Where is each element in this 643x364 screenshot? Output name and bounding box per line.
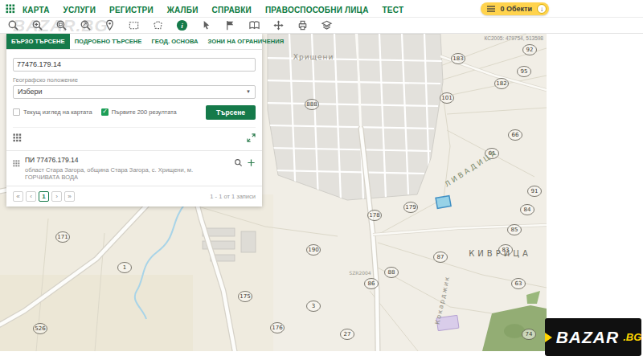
- parcel-marker-888[interactable]: 888: [305, 100, 319, 110]
- parcel-marker-66[interactable]: 66: [509, 130, 522, 141]
- menu-item-карта[interactable]: КАРТА: [23, 6, 50, 14]
- svg-text:888: 888: [306, 101, 317, 108]
- objects-button[interactable]: 0 Обекти ↓: [481, 2, 549, 15]
- download-icon[interactable]: ↓: [537, 4, 547, 14]
- parcel-marker-182[interactable]: 182: [495, 79, 509, 89]
- svg-text:63: 63: [515, 280, 522, 287]
- pagination-button-1[interactable]: ‹: [26, 191, 36, 202]
- menu-item-тест[interactable]: ТЕСТ: [383, 6, 404, 14]
- pan-cursor-icon[interactable]: [199, 18, 213, 32]
- grid-view-icon[interactable]: [13, 131, 22, 145]
- search-panel: БЪРЗО ТЪРСЕНЕПОДРОБНО ТЪРСЕНЕГЕОД. ОСНОВ…: [6, 34, 262, 207]
- search-result-item[interactable]: ПИ 77476.179.14 област Стара Загора, общ…: [6, 150, 262, 186]
- svg-text:171: 171: [57, 234, 68, 240]
- watermark-text-main: BAZAR: [556, 328, 620, 347]
- add-to-objects-icon[interactable]: [247, 156, 256, 170]
- result-title: ПИ 77476.179.14: [25, 156, 210, 164]
- current-view-label: Текущ изглед на картата: [23, 108, 92, 116]
- parcel-id-input[interactable]: [13, 58, 256, 72]
- urban-area-hrishteni: [265, 34, 443, 200]
- menu-item-справки[interactable]: СПРАВКИ: [212, 6, 252, 14]
- select-polygon-icon[interactable]: [151, 18, 165, 32]
- tab-1[interactable]: ПОДРОБНО ТЪРСЕНЕ: [70, 34, 147, 49]
- info-icon[interactable]: i: [175, 18, 189, 32]
- watermark-text-suffix: .BG: [623, 331, 641, 343]
- selected-parcel-highlight[interactable]: [436, 196, 451, 209]
- svg-text:27: 27: [344, 331, 351, 337]
- pagination-button-3[interactable]: ›: [51, 191, 62, 202]
- parcel-marker-92[interactable]: 92: [523, 45, 537, 55]
- parcel-marker-85[interactable]: 85: [508, 225, 522, 235]
- parcel-marker-88[interactable]: 88: [385, 268, 399, 278]
- svg-text:183: 183: [453, 55, 463, 62]
- first-200-checkbox[interactable]: [101, 108, 109, 116]
- parcel-marker-74[interactable]: 74: [522, 329, 536, 340]
- search-icon[interactable]: [6, 18, 20, 32]
- svg-text:190: 190: [308, 247, 318, 253]
- expand-panel-icon[interactable]: [247, 131, 256, 145]
- parcel-marker-91[interactable]: 91: [528, 186, 542, 197]
- svg-text:74: 74: [526, 331, 533, 337]
- tab-0[interactable]: БЪРЗО ТЪРСЕНЕ: [6, 34, 70, 49]
- svg-text:176: 176: [272, 325, 283, 331]
- chevron-down-icon: ▼: [246, 89, 251, 94]
- geo-position-select-value: Избери: [18, 88, 43, 96]
- kais-app-window: КАРТАУСЛУГИРЕГИСТРИЖАЛБИСПРАВКИПРАВОСПОС…: [0, 0, 643, 364]
- tab-2[interactable]: ГЕОД. ОСНОВА: [146, 34, 203, 49]
- pagination-info: 1 - 1 от 1 записи: [210, 193, 256, 200]
- parcel-marker-183[interactable]: 183: [452, 54, 465, 64]
- svg-text:526: 526: [35, 325, 46, 332]
- tab-3[interactable]: ЗОНИ НА ОГРАНИЧЕНИЯ: [203, 34, 289, 49]
- svg-text:84: 84: [524, 207, 531, 213]
- parcel-marker-1[interactable]: 1: [118, 263, 132, 273]
- pagination-button-0[interactable]: «: [13, 191, 23, 202]
- flag-icon[interactable]: [223, 18, 237, 32]
- current-view-checkbox[interactable]: [13, 108, 20, 116]
- zoom-window-icon[interactable]: [55, 18, 68, 32]
- layers-icon[interactable]: [320, 18, 334, 32]
- svg-text:95: 95: [521, 68, 528, 75]
- svg-text:91: 91: [531, 188, 539, 194]
- menu-item-правоспособни-лица[interactable]: ПРАВОСПОСОБНИ ЛИЦА: [265, 6, 369, 14]
- menu-item-регистри[interactable]: РЕГИСТРИ: [109, 6, 154, 14]
- first-200-label: Първите 200 резултата: [112, 108, 177, 116]
- select-rectangle-icon[interactable]: [127, 18, 141, 32]
- parcel-marker-95[interactable]: 95: [518, 67, 531, 77]
- geo-position-select[interactable]: Избери ▼: [13, 85, 256, 99]
- menu-item-услуги[interactable]: УСЛУГИ: [63, 6, 96, 14]
- parcel-marker-3[interactable]: 3: [307, 301, 321, 312]
- parcel-marker-86[interactable]: 86: [365, 279, 379, 289]
- parcel-marker-179[interactable]: 179: [404, 202, 418, 213]
- move-icon[interactable]: [272, 18, 285, 32]
- menu-item-жалби[interactable]: ЖАЛБИ: [167, 6, 199, 14]
- results-header-row: [13, 127, 256, 147]
- pagination-current-page[interactable]: 1: [39, 191, 49, 202]
- apps-grid-icon[interactable]: [6, 4, 15, 14]
- zoom-in-icon[interactable]: [31, 18, 44, 32]
- fields-area-south: [0, 275, 193, 351]
- parcel-marker-101[interactable]: 101: [440, 93, 454, 104]
- pagination-button-4[interactable]: »: [64, 191, 75, 202]
- legend-book-icon[interactable]: [248, 18, 261, 32]
- search-tabs: БЪРЗО ТЪРСЕНЕПОДРОБНО ТЪРСЕНЕГЕОД. ОСНОВ…: [6, 34, 262, 50]
- result-grid-icon: [13, 156, 20, 170]
- marker-icon[interactable]: [103, 18, 117, 32]
- parcel-marker-190[interactable]: 190: [307, 245, 321, 256]
- print-icon[interactable]: [296, 18, 309, 32]
- top-menu-bar: КАРТАУСЛУГИРЕГИСТРИЖАЛБИСПРАВКИПРАВОСПОС…: [0, 0, 643, 18]
- parcel-marker-87[interactable]: 87: [434, 252, 448, 263]
- main-menu: КАРТАУСЛУГИРЕГИСТРИЖАЛБИСПРАВКИПРАВОСПОС…: [23, 2, 417, 16]
- parcel-marker-176[interactable]: 176: [271, 323, 285, 333]
- coordinates-readout: КС2005: 479754, 513598: [485, 35, 543, 41]
- parcel-marker-63[interactable]: 63: [512, 279, 526, 289]
- map-label-киврица: КИВРИЦА: [469, 249, 531, 258]
- parcel-marker-178[interactable]: 178: [368, 211, 382, 221]
- zoom-to-result-icon[interactable]: [234, 156, 243, 170]
- search-button[interactable]: Търсене: [206, 105, 256, 120]
- parcel-marker-27[interactable]: 27: [341, 329, 354, 340]
- zoom-extent-icon[interactable]: [79, 18, 92, 32]
- parcel-marker-175[interactable]: 175: [239, 292, 252, 302]
- parcel-marker-526[interactable]: 526: [34, 324, 47, 334]
- parcel-marker-171[interactable]: 171: [56, 232, 70, 243]
- parcel-marker-84[interactable]: 84: [521, 205, 534, 215]
